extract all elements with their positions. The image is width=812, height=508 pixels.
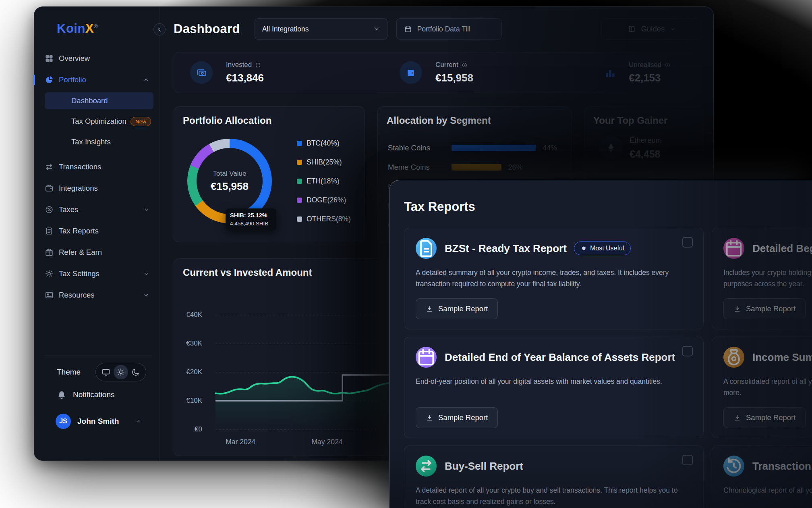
logo-text-koin: Koin	[57, 21, 85, 35]
integrations-filter-select[interactable]: All Integrations	[255, 18, 387, 40]
coin-name: Ethereum	[630, 136, 662, 145]
portfolio-data-till-label: Portfolio Data Till	[417, 25, 470, 33]
legend-swatch	[297, 217, 302, 222]
sample-report-button[interactable]: Sample Report	[416, 298, 498, 319]
sidebar-collapse-button[interactable]	[153, 23, 166, 35]
sidebar-item-overview[interactable]: Overview	[45, 50, 153, 67]
swap-icon	[416, 456, 437, 477]
legend-item[interactable]: ETH(18%)	[297, 177, 351, 185]
download-icon	[426, 305, 433, 313]
wallet-icon	[45, 184, 54, 193]
report-description: A detailed report of all your crypto buy…	[416, 485, 688, 508]
guides-button[interactable]: Guides	[601, 18, 702, 40]
sidebar-item-resources[interactable]: Resources	[45, 286, 153, 304]
sidebar-item-label: Dashboard	[71, 96, 108, 105]
download-icon	[733, 414, 741, 422]
user-menu[interactable]: JS John Smith	[45, 412, 152, 430]
gear-icon	[45, 269, 54, 278]
stats-card: Invested €13,846 Current €15,958 Unreali…	[174, 52, 702, 93]
badge-label: Most Useful	[590, 245, 624, 252]
report-title: Income Summary Report	[752, 351, 812, 364]
chevron-down-icon	[143, 206, 149, 213]
sidebar-item-tax-reports[interactable]: Tax Reports	[45, 222, 153, 240]
notifications-label: Notifications	[73, 390, 115, 399]
sample-report-button[interactable]: Sample Report	[723, 298, 806, 319]
download-icon	[426, 414, 433, 422]
legend-item[interactable]: OTHERS(8%)	[297, 215, 351, 223]
sidebar-item-label: Transactions	[59, 162, 101, 171]
legend-item[interactable]: DOGE(26%)	[297, 196, 351, 204]
legend-item[interactable]: SHIB(25%)	[297, 158, 351, 166]
monitor-icon	[102, 368, 110, 377]
legend-swatch	[297, 179, 302, 184]
bar-chart-icon	[599, 61, 621, 84]
report-title: Detailed End of Year Balance of Assets R…	[445, 351, 675, 364]
grid-icon	[45, 54, 54, 63]
theme-light-button[interactable]	[114, 365, 128, 379]
legend-item[interactable]: BTC(40%)	[297, 139, 351, 147]
report-title: Transaction History Report	[752, 460, 812, 473]
sidebar-item-taxes[interactable]: Taxes	[45, 201, 153, 219]
legend-label: BTC(40%)	[307, 139, 340, 148]
book-icon	[628, 25, 636, 33]
sidebar-item-tax-settings[interactable]: Tax Settings	[45, 265, 153, 283]
segment-bar[interactable]	[452, 145, 536, 151]
sidebar-item-portfolio[interactable]: Portfolio	[45, 71, 153, 89]
download-icon	[733, 305, 741, 313]
koinx-logo: KoinX®	[57, 21, 98, 36]
donut-legend: BTC(40%)SHIB(25%)ETH(18%)DOGE(26%)OTHERS…	[297, 139, 351, 234]
theme-dark-button[interactable]	[128, 365, 143, 379]
percent-badge-icon	[45, 205, 54, 214]
sidebar-item-transactions[interactable]: Transactions	[45, 158, 153, 176]
current-vs-invested-card: Current vs Invested Amount €40K€30K€20K€…	[174, 258, 403, 456]
sample-report-button[interactable]: Sample Report	[416, 407, 498, 428]
modal-title: Tax Reports	[404, 200, 812, 217]
report-description: End-of-year position of all your digital…	[416, 376, 688, 387]
report-checkbox[interactable]	[682, 346, 693, 356]
report-description: Chronological report of all your transac…	[723, 485, 812, 496]
info-icon[interactable]	[255, 62, 261, 68]
portfolio-data-till-button[interactable]: Portfolio Data Till	[396, 18, 502, 40]
card-title: Your Top Gainer	[593, 115, 667, 126]
resources-icon	[45, 291, 54, 300]
report-checkbox[interactable]	[682, 455, 693, 465]
theme-toggle[interactable]	[95, 363, 146, 381]
legend-swatch	[297, 141, 302, 146]
swap-arrows-icon	[45, 162, 54, 171]
sidebar-item-refer-earn[interactable]: Refer & Earn	[45, 244, 153, 261]
registered-mark: ®	[94, 23, 98, 29]
notifications-item[interactable]: Notifications	[45, 387, 152, 403]
stat-invested: Invested €13,846	[190, 52, 264, 93]
sidebar-bottom: Theme Notifications JS John Smith	[45, 356, 152, 430]
info-icon[interactable]	[665, 62, 671, 68]
report-title: BZSt - Ready Tax Report	[445, 242, 567, 255]
document-icon	[45, 227, 54, 235]
sidebar-item-label: Tax Settings	[59, 269, 99, 278]
theme-row: Theme	[45, 362, 152, 382]
theme-system-button[interactable]	[99, 365, 113, 379]
avatar: JS	[56, 414, 71, 429]
sidebar-item-tax-optimization[interactable]: Tax OptimizationNew	[45, 113, 153, 130]
sidebar-item-tax-insights[interactable]: Tax Insights	[45, 133, 153, 150]
sample-report-button[interactable]: Sample Report	[723, 407, 806, 428]
most-useful-badge: Most Useful	[574, 242, 631, 255]
page-header: Dashboard All Integrations Portfolio Dat…	[174, 17, 702, 41]
stat-value: €15,958	[435, 72, 473, 84]
file-icon	[416, 238, 437, 259]
sidebar-item-integrations[interactable]: Integrations	[45, 179, 153, 197]
sample-report-label: Sample Report	[746, 413, 795, 422]
shield-icon	[581, 246, 587, 252]
integrations-filter-value: All Integrations	[262, 25, 309, 33]
card-title: Portfolio Allocation	[183, 115, 271, 126]
stat-label: Unrealised	[629, 61, 661, 69]
money-bag-icon	[723, 347, 744, 368]
chevron-up-icon	[143, 77, 149, 83]
info-icon[interactable]	[462, 62, 468, 68]
report-description: A detailed summary of all your crypto in…	[416, 267, 688, 290]
segment-bar[interactable]	[452, 164, 501, 171]
sun-icon	[116, 368, 125, 377]
sidebar-item-label: Resources	[59, 291, 94, 300]
report-checkbox[interactable]	[682, 237, 693, 248]
sidebar-nav: OverviewPortfolioDashboardTax Optimizati…	[45, 50, 153, 308]
sidebar-item-dashboard[interactable]: Dashboard	[45, 92, 153, 109]
